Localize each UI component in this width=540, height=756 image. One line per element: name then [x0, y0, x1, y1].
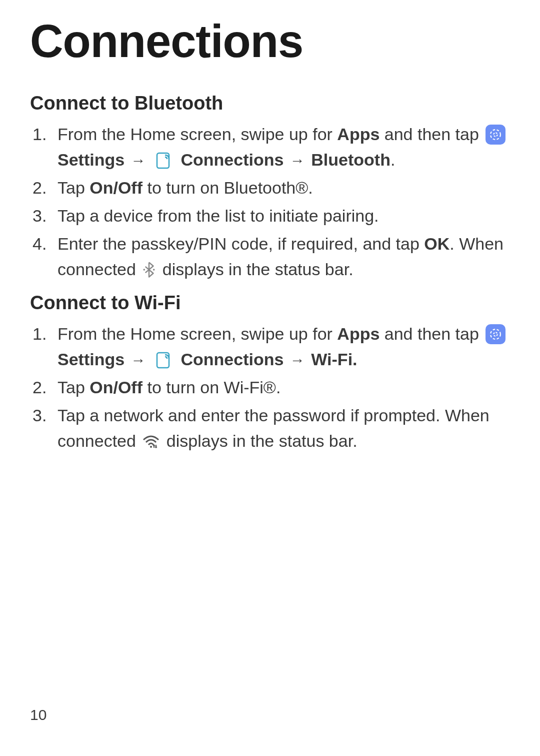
- list-item: Tap On/Off to turn on Bluetooth®.: [30, 175, 510, 201]
- list-item: Tap a network and enter the password if …: [30, 403, 510, 454]
- arrow-icon: →: [290, 352, 305, 368]
- onoff-label: On/Off: [90, 178, 142, 197]
- svg-point-1: [490, 130, 500, 140]
- step-text: and then tap: [380, 324, 484, 343]
- list-item: Tap a device from the list to initiate p…: [30, 203, 510, 229]
- onoff-label: On/Off: [90, 378, 142, 397]
- svg-point-5: [494, 332, 498, 336]
- apps-label: Apps: [337, 125, 380, 144]
- arrow-icon: →: [131, 352, 146, 368]
- connections-icon: [154, 150, 174, 170]
- wifi-heading: Connect to Wi-Fi: [30, 292, 510, 314]
- bluetooth-heading: Connect to Bluetooth: [30, 93, 510, 114]
- step-text: .: [390, 150, 395, 169]
- page-title: Connections: [30, 15, 510, 68]
- settings-icon: [486, 125, 506, 145]
- svg-point-6: [490, 329, 500, 339]
- step-text: Tap a device from the list to initiate p…: [58, 206, 379, 225]
- list-item: From the Home screen, swipe up for Apps …: [30, 321, 510, 372]
- wifi-connected-icon: [142, 434, 160, 449]
- arrow-icon: →: [131, 152, 146, 169]
- settings-icon: [486, 324, 506, 344]
- wifi-steps: From the Home screen, swipe up for Apps …: [30, 321, 510, 454]
- svg-point-8: [150, 446, 152, 448]
- bluetooth-connected-icon: [142, 261, 156, 278]
- arrow-icon: →: [290, 152, 305, 169]
- apps-label: Apps: [337, 324, 380, 343]
- wifi-label: Wi-Fi.: [311, 350, 357, 369]
- step-text: Tap: [58, 178, 90, 197]
- step-text: to turn on Wi-Fi®.: [142, 378, 280, 397]
- list-item: Tap On/Off to turn on Wi-Fi®.: [30, 375, 510, 400]
- connections-label: Connections: [180, 350, 284, 369]
- settings-label: Settings: [58, 350, 124, 369]
- step-text: to turn on Bluetooth®.: [142, 178, 313, 197]
- connections-icon: [154, 350, 174, 370]
- connections-label: Connections: [180, 150, 284, 169]
- step-text: Tap: [58, 378, 90, 397]
- svg-point-3: [144, 269, 146, 271]
- page-number: 10: [30, 706, 46, 723]
- ok-label: OK: [424, 234, 450, 253]
- step-text: displays in the status bar.: [158, 260, 353, 279]
- bluetooth-steps: From the Home screen, swipe up for Apps …: [30, 122, 510, 282]
- list-item: Enter the passkey/PIN code, if required,…: [30, 231, 510, 282]
- bluetooth-label: Bluetooth: [311, 150, 390, 169]
- step-text: and then tap: [380, 125, 484, 144]
- step-text: displays in the status bar.: [162, 431, 357, 450]
- step-text: Enter the passkey/PIN code, if required,…: [58, 234, 424, 253]
- list-item: From the Home screen, swipe up for Apps …: [30, 122, 510, 173]
- svg-point-4: [153, 269, 155, 271]
- step-text: From the Home screen, swipe up for: [58, 324, 337, 343]
- settings-label: Settings: [58, 150, 124, 169]
- step-text: From the Home screen, swipe up for: [58, 125, 337, 144]
- svg-point-0: [494, 133, 498, 136]
